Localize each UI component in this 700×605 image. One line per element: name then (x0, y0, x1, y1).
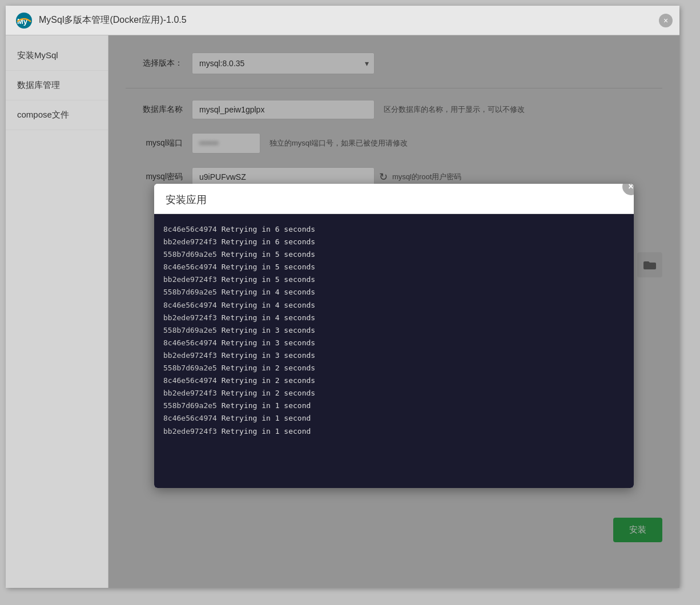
main-window: My MySql多版本管理(Docker应用)-1.0.5 × 安装MySql … (6, 6, 679, 588)
sidebar-item-install-mysql[interactable]: 安装MySql (6, 41, 108, 71)
log-line: 8c46e56c4974 Retrying in 5 seconds (163, 261, 625, 273)
log-line: 8c46e56c4974 Retrying in 3 seconds (163, 337, 625, 349)
main-content: 选择版本： mysql:8.0.35 ▾ 数据库名称 区分数据库的名称，用于显示… (108, 35, 679, 588)
log-line: bb2ede9724f3 Retrying in 5 seconds (163, 273, 625, 286)
modal-body: 8c46e56c4974 Retrying in 6 secondsbb2ede… (154, 214, 634, 488)
modal-header-wrapper: 安装应用 × (154, 184, 634, 214)
log-line: 558b7d69a2e5 Retrying in 1 second (163, 400, 625, 412)
modal-title: 安装应用 (166, 194, 207, 205)
sidebar-item-compose-file[interactable]: compose文件 (6, 100, 108, 130)
log-line: 8c46e56c4974 Retrying in 2 seconds (163, 374, 625, 387)
log-line: 558b7d69a2e5 Retrying in 2 seconds (163, 362, 625, 374)
content-area: 安装MySql 数据库管理 compose文件 选择版本： mysql:8.0.… (6, 35, 679, 588)
install-modal: 安装应用 × 8c46e56c4974 Retrying in 6 second… (154, 184, 634, 488)
sidebar-item-db-management[interactable]: 数据库管理 (6, 71, 108, 100)
log-line: bb2ede9724f3 Retrying in 3 seconds (163, 349, 625, 362)
window-close-button[interactable]: × (659, 14, 673, 27)
log-line: 8c46e56c4974 Retrying in 4 seconds (163, 299, 625, 312)
log-line: 558b7d69a2e5 Retrying in 4 seconds (163, 286, 625, 299)
log-line: 558b7d69a2e5 Retrying in 5 seconds (163, 248, 625, 261)
mysql-logo: My (15, 11, 33, 30)
log-line: bb2ede9724f3 Retrying in 4 seconds (163, 312, 625, 324)
sidebar: 安装MySql 数据库管理 compose文件 (6, 35, 108, 588)
log-line: bb2ede9724f3 Retrying in 2 seconds (163, 387, 625, 400)
log-line: bb2ede9724f3 Retrying in 1 second (163, 425, 625, 438)
log-line: bb2ede9724f3 Retrying in 6 seconds (163, 236, 625, 248)
modal-header: 安装应用 (154, 184, 634, 214)
modal-overlay: 安装应用 × 8c46e56c4974 Retrying in 6 second… (108, 35, 679, 588)
log-line: 8c46e56c4974 Retrying in 1 second (163, 412, 625, 425)
log-line: 558b7d69a2e5 Retrying in 3 seconds (163, 324, 625, 337)
window-title: MySql多版本管理(Docker应用)-1.0.5 (39, 14, 187, 26)
title-bar: My MySql多版本管理(Docker应用)-1.0.5 × (6, 6, 679, 35)
log-line: 8c46e56c4974 Retrying in 6 seconds (163, 223, 625, 236)
